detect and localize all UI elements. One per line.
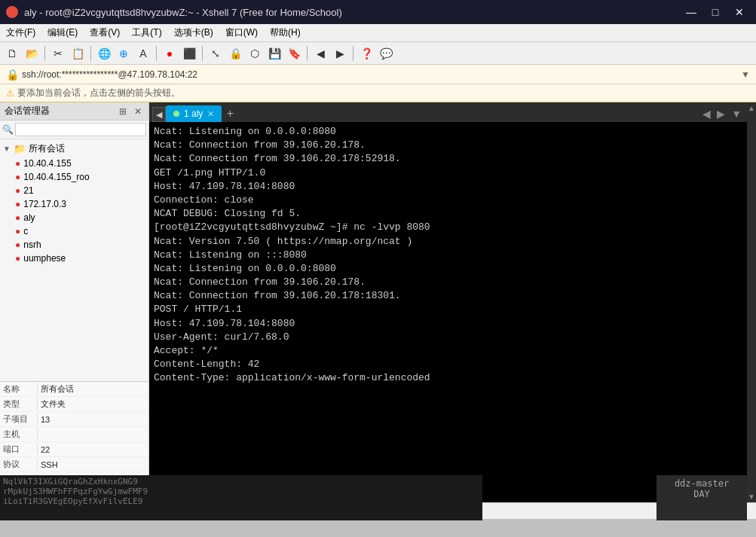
toolbar-btn12[interactable]: ◀	[311, 44, 329, 63]
toolbar-sep6	[353, 46, 354, 61]
toolbar-btn13[interactable]: ▶	[331, 44, 349, 63]
terminal-line: Connection: close	[154, 194, 742, 207]
menu-tools[interactable]: 工具(T)	[126, 24, 167, 41]
session-search-input[interactable]	[15, 123, 146, 136]
tab-scroll-right[interactable]: ▶	[715, 105, 727, 122]
session-icon-3: ●	[15, 199, 20, 209]
list-item[interactable]: ● aly	[0, 211, 148, 224]
scroll-down-arrow[interactable]: ▼	[748, 493, 755, 501]
toolbar-open[interactable]: 📂	[23, 44, 41, 63]
menu-tabs[interactable]: 选项卡(B)	[168, 24, 219, 41]
tab-prev-button[interactable]: ◀	[152, 107, 166, 122]
bottom-line-1: rMpkUjS3HWFhFFPqzFgYwGjmwFMF9	[3, 487, 479, 496]
address-bar: 🔒 ssh://root:****************@47.109.78.…	[0, 65, 756, 84]
session-icon-7: ●	[15, 253, 20, 264]
toolbar-lock[interactable]: 🔒	[226, 44, 244, 63]
tab-menu-button[interactable]: ▼	[729, 105, 744, 122]
terminal-line: Content-Type: application/x-www-form-url…	[154, 371, 742, 385]
prop-host-label: 主机	[0, 429, 38, 440]
menu-help[interactable]: 帮助(H)	[264, 24, 307, 41]
terminal-output[interactable]: Ncat: Listening on 0.0.0.0:8080Ncat: Con…	[149, 122, 747, 489]
terminal-line: Accept: */*	[154, 344, 742, 358]
terminal-line: Ncat: Connection from 39.106.20.178:5291…	[154, 152, 742, 166]
list-item[interactable]: ● 10.40.4.155	[0, 157, 148, 170]
toolbar-sep1	[44, 46, 45, 61]
terminal-line: Ncat: Connection from 39.106.20.178:1830…	[154, 289, 742, 303]
toolbar-btn5[interactable]: A	[134, 44, 152, 63]
prop-port-value: 22	[38, 445, 53, 454]
search-icon: 🔍	[2, 124, 14, 135]
prop-type: 类型 文件夹	[0, 397, 148, 412]
prop-protocol-value: SSH	[38, 460, 61, 469]
list-item[interactable]: ● nsrh	[0, 238, 148, 252]
scroll-up-arrow[interactable]: ▲	[748, 104, 755, 112]
tab-active-indicator	[173, 111, 179, 117]
list-item[interactable]: ● c	[0, 224, 148, 238]
session-label-5: c	[23, 226, 28, 236]
prop-port-label: 端口	[0, 444, 38, 455]
toolbar-btn7[interactable]: ⬛	[180, 44, 198, 63]
prop-protocol: 协议 SSH	[0, 457, 148, 472]
session-icon-4: ●	[15, 212, 20, 223]
session-search-bar: 🔍	[0, 121, 148, 139]
prop-name-value: 所有会话	[38, 383, 77, 395]
main-area: 会话管理器 ⊞ ✕ 🔍 ▼ 📁 所有会话 ● 10.40.4.155 ● 10.…	[0, 102, 756, 502]
toolbar-comment[interactable]: 💬	[377, 44, 395, 63]
tab-scroll-left[interactable]: ◀	[700, 105, 713, 122]
address-dropdown-arrow[interactable]: ▼	[741, 69, 750, 80]
tab-nav-arrows: ◀ ▶ ▼	[700, 105, 744, 122]
list-item[interactable]: ● 21	[0, 184, 148, 197]
session-label-1: 10.40.4.155_roo	[23, 172, 89, 182]
title-bar: aly - root@iZ2vcgyutqttsd8hvyzubwZ:~ - X…	[0, 0, 756, 24]
minimize-button[interactable]: —	[681, 2, 702, 23]
tab-close-button[interactable]: ✕	[207, 109, 214, 119]
menu-edit[interactable]: 编辑(E)	[41, 24, 84, 41]
toolbar-btn6[interactable]: ●	[161, 44, 179, 63]
pin-button[interactable]: ⊞	[117, 105, 129, 117]
list-item[interactable]: ● 10.40.4.155_roo	[0, 170, 148, 184]
close-button[interactable]: ✕	[729, 2, 750, 23]
info-text: 要添加当前会话，点击左侧的箭头按钮。	[17, 87, 180, 99]
terminal-line: Ncat: Connection from 39.106.20.178.	[154, 276, 742, 289]
session-label-3: 172.17.0.3	[23, 199, 66, 209]
toolbar-btn8[interactable]: ⤡	[207, 44, 225, 63]
app-icon	[6, 6, 18, 18]
panel-header-buttons: ⊞ ✕	[117, 105, 144, 117]
terminal-line: User-Agent: curl/7.68.0	[154, 331, 742, 344]
toolbar-new[interactable]: 🗋	[3, 44, 21, 63]
close-panel-button[interactable]: ✕	[132, 105, 144, 117]
tab-aly[interactable]: 1 aly ✕	[166, 105, 222, 122]
menu-view[interactable]: 查看(V)	[84, 24, 126, 41]
toolbar: 🗋 📂 ✂ 📋 🌐 ⊕ A ● ⬛ ⤡ 🔒 ⬡ 💾 🔖 ◀ ▶ ❓ 💬	[0, 42, 756, 65]
toolbar-help[interactable]: ❓	[357, 44, 375, 63]
window-controls: — □ ✕	[681, 2, 750, 23]
bottom-right-line2: DAY	[661, 489, 742, 499]
toolbar-btn11[interactable]: 🔖	[285, 44, 303, 63]
tab-add-button[interactable]: +	[222, 105, 238, 122]
menu-window[interactable]: 窗口(W)	[219, 24, 264, 41]
prop-type-value: 文件夹	[38, 398, 69, 410]
toolbar-btn9[interactable]: ⬡	[246, 44, 264, 63]
list-item[interactable]: ● uumphese	[0, 252, 148, 265]
toolbar-btn10[interactable]: 💾	[265, 44, 283, 63]
tree-root-item[interactable]: ▼ 📁 所有会话	[0, 141, 148, 157]
list-item[interactable]: ● 172.17.0.3	[0, 197, 148, 211]
session-tree: ▼ 📁 所有会话 ● 10.40.4.155 ● 10.40.4.155_roo…	[0, 139, 148, 381]
toolbar-btn3[interactable]: 🌐	[95, 44, 113, 63]
toolbar-sep3	[156, 46, 157, 61]
folder-icon: 📁	[14, 143, 26, 154]
bottom-line-2: iLoiTiR3GVEgEOpyEfXvFilvELE9	[3, 496, 479, 506]
menu-file[interactable]: 文件(F)	[0, 24, 41, 41]
terminal-line: Content-Length: 42	[154, 358, 742, 371]
toolbar-btn1[interactable]: ✂	[49, 44, 67, 63]
toolbar-sep2	[90, 46, 91, 61]
terminal-scrollbar[interactable]: ▲ ▼	[747, 102, 756, 502]
terminal-line: [root@iZ2vcgyutqttsd8hvyzubwZ ~]# nc -lv…	[154, 221, 742, 234]
maximize-button[interactable]: □	[705, 2, 726, 23]
toolbar-sep4	[202, 46, 203, 61]
session-icon-2: ●	[15, 185, 20, 196]
toolbar-btn4[interactable]: ⊕	[115, 44, 133, 63]
prop-host: 主机	[0, 427, 148, 442]
toolbar-btn2[interactable]: 📋	[69, 44, 87, 63]
session-panel-title: 会话管理器	[5, 105, 50, 117]
